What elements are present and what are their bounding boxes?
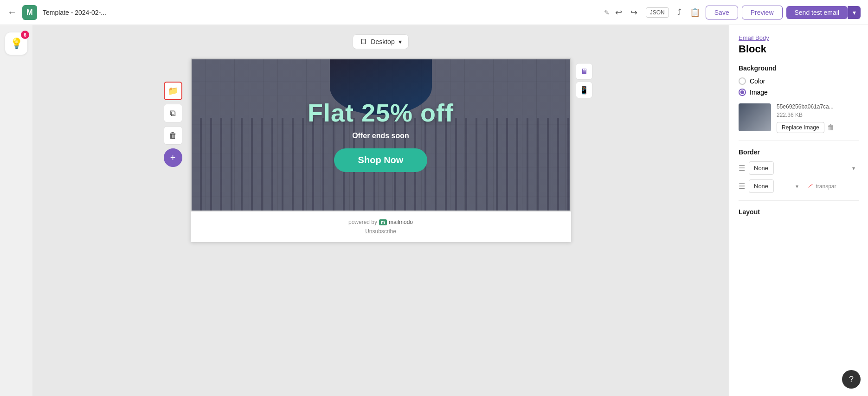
header-right-actions: Save Preview Send test email ▾ (706, 6, 861, 19)
shop-now-button[interactable]: Shop Now (334, 148, 428, 172)
notification-badge[interactable]: 6 💡 (5, 32, 27, 55)
viewport-selector[interactable]: 🖥 Desktop ▾ (353, 34, 408, 49)
panel-breadcrumb[interactable]: Email Body (739, 34, 859, 41)
send-email-group: Send test email ▾ (786, 6, 861, 19)
delete-image-button[interactable]: 🗑 (827, 123, 835, 132)
border-color-label: transpar (816, 183, 836, 190)
preview-button[interactable]: Preview (742, 6, 783, 19)
view-toggle: 🖥 📱 (576, 63, 592, 98)
mailmodo-brand-name: mailmodo (389, 219, 413, 225)
hero-subtitle: Offer ends soon (352, 132, 409, 140)
redo-button[interactable]: ↪ (630, 7, 637, 18)
border-width-select[interactable]: None (749, 179, 774, 193)
select-chevron-icon-2: ▾ (796, 183, 798, 190)
image-info: 55e69256ba061a7ca... 222.36 KB Replace I… (777, 103, 859, 133)
color-slash-icon: ⟋ (806, 181, 814, 191)
panel-title: Block (739, 43, 859, 55)
background-type-group: Color Image (739, 77, 859, 96)
hero-block: Flat 25% off Offer ends soon Shop Now (191, 58, 571, 211)
color-option-row[interactable]: Color (739, 77, 859, 85)
header-center-actions: ↩ ↪ JSON ⤴ 📋 (615, 7, 700, 18)
email-wrapper: 📁 ⧉ 🗑 + 🖥 📱 Flat 25 (191, 58, 571, 242)
border-style-row: ☰ None ▾ (739, 161, 859, 175)
powered-by-line: powered by m mailmodo (198, 219, 564, 225)
desktop-view-icon: 🖥 (580, 67, 588, 76)
border-color-row: ☰ None ▾ ⟋ transpar (739, 179, 859, 193)
help-button[interactable]: ? (842, 370, 861, 389)
left-sidebar: 6 💡 (0, 25, 32, 396)
send-dropdown-button[interactable]: ▾ (848, 6, 861, 19)
powered-by-text: powered by (348, 219, 377, 225)
block-toolbar: 📁 ⧉ 🗑 + (164, 82, 182, 167)
border-style-select-wrapper: None ▾ (749, 161, 859, 175)
image-preview-row: 55e69256ba061a7ca... 222.36 KB Replace I… (739, 103, 859, 133)
desktop-icon: 🖥 (360, 38, 367, 46)
image-radio[interactable] (739, 89, 746, 96)
border-width-select-wrapper: None ▾ (749, 179, 802, 193)
border-section-title: Border (739, 148, 859, 156)
mailmodo-logo-icon: m (379, 219, 387, 225)
back-button[interactable]: ← (7, 7, 17, 18)
image-option-row[interactable]: Image (739, 89, 859, 96)
logo-text: M (26, 8, 32, 17)
badge-count: 6 (21, 31, 29, 39)
edit-icon[interactable]: ✎ (604, 9, 610, 16)
send-test-email-button[interactable]: Send test email (786, 6, 848, 19)
hero-title: Flat 25% off (308, 98, 454, 127)
hero-content: Flat 25% off Offer ends soon Shop Now (308, 98, 454, 172)
save-button[interactable]: Save (706, 6, 738, 19)
image-filename: 55e69256ba061a7ca... (777, 103, 859, 110)
mobile-view-button[interactable]: 📱 (576, 82, 592, 98)
copy-icon: ⧉ (170, 109, 176, 118)
document-title: Template - 2024-02-... (43, 9, 598, 16)
folder-icon: 📁 (168, 86, 178, 96)
color-label: Color (750, 77, 765, 85)
notes-button[interactable]: 📋 (690, 7, 700, 18)
unsubscribe-link[interactable]: Unsubscribe (365, 228, 396, 235)
replace-image-button[interactable]: Replace Image (777, 122, 824, 133)
border-color-icon: ☰ (739, 182, 745, 191)
right-panel: Email Body Block Background Color Image … (729, 25, 868, 396)
folder-button[interactable]: 📁 (164, 82, 182, 100)
app-logo: M (22, 5, 37, 20)
background-section-title: Background (739, 64, 859, 72)
viewport-label: Desktop (371, 38, 394, 45)
add-block-button[interactable]: + (164, 148, 182, 167)
image-label: Image (750, 89, 768, 96)
section-divider-1 (739, 141, 859, 141)
desktop-view-button[interactable]: 🖥 (576, 63, 592, 80)
select-chevron-icon: ▾ (852, 165, 855, 172)
main-canvas: 🖥 Desktop ▾ 📁 ⧉ 🗑 + 🖥 📱 (32, 25, 729, 396)
mobile-view-icon: 📱 (579, 86, 589, 95)
image-size: 222.36 KB (777, 112, 859, 118)
layout-section-title: Layout (739, 208, 859, 216)
color-radio[interactable] (739, 77, 746, 85)
section-divider-2 (739, 200, 859, 201)
undo-button[interactable]: ↩ (615, 7, 622, 18)
border-color-picker[interactable]: ⟋ transpar (806, 181, 859, 191)
border-style-icon: ☰ (739, 164, 745, 172)
lightbulb-icon: 💡 (10, 38, 23, 50)
delete-block-button[interactable]: 🗑 (164, 126, 182, 145)
header: ← M Template - 2024-02-... ✎ ↩ ↪ JSON ⤴ … (0, 0, 868, 25)
share-button[interactable]: ⤴ (677, 7, 682, 17)
email-footer: powered by m mailmodo Unsubscribe (191, 211, 571, 242)
trash-icon: 🗑 (169, 131, 177, 141)
copy-button[interactable]: ⧉ (164, 104, 182, 122)
border-style-select[interactable]: None (749, 161, 774, 175)
json-button[interactable]: JSON (646, 7, 669, 18)
chevron-down-icon: ▾ (399, 38, 402, 45)
image-thumbnail (739, 103, 771, 131)
